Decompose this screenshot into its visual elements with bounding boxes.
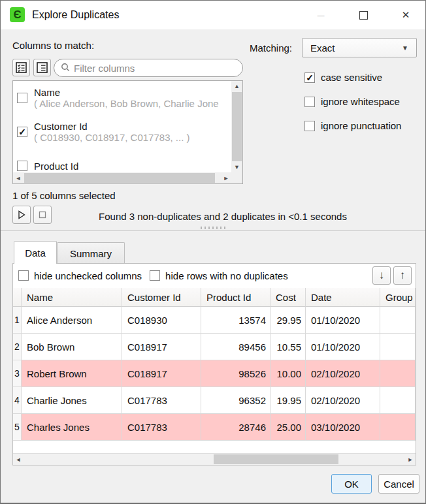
cell-date: 02/10/2020 xyxy=(306,360,380,387)
cell-name: Bob Brown xyxy=(22,334,122,360)
column-checkbox-customer-id[interactable]: ✓ xyxy=(17,127,27,137)
cell-group xyxy=(380,334,416,360)
column-item-name[interactable]: Name ( Alice Anderson, Bob Brown, Charli… xyxy=(13,81,231,115)
table-row[interactable]: 3 Robert Brown C018917 98526 10.00 02/10… xyxy=(13,360,416,387)
minimize-button[interactable]: ─ xyxy=(306,1,335,29)
hide-unchecked-columns-checkbox[interactable] xyxy=(18,270,29,281)
ok-button[interactable]: OK xyxy=(331,474,372,494)
stop-button[interactable] xyxy=(33,206,52,224)
splitter-line[interactable] xyxy=(1,230,425,231)
scroll-right-icon[interactable]: ► xyxy=(405,454,416,465)
cancel-button[interactable]: Cancel xyxy=(378,474,419,494)
maximize-icon xyxy=(359,11,368,20)
cell-cost: 10.00 xyxy=(270,360,306,387)
hide-rows-no-duplicates-option[interactable]: hide rows with no duplicates xyxy=(150,270,288,281)
cell-group xyxy=(380,387,416,414)
next-duplicate-button[interactable]: ↓ xyxy=(372,266,391,285)
table-row[interactable]: 4 Charlie Jones C017783 96352 19.95 02/1… xyxy=(13,387,416,414)
data-table: Name Customer Id Product Id Cost Date Gr… xyxy=(13,288,416,441)
cancel-label: Cancel xyxy=(384,479,414,490)
columns-list-horizontal-scrollbar[interactable]: ◄ ► xyxy=(13,172,231,183)
column-checkbox-product-id[interactable] xyxy=(17,161,27,171)
cell-group xyxy=(380,360,416,387)
row-number: 2 xyxy=(13,334,22,360)
cell-product-id: 28746 xyxy=(201,414,270,441)
column-item-customer-id[interactable]: ✓ Customer Id ( C018930, C018917, C01778… xyxy=(13,115,231,149)
splitter-handle[interactable] xyxy=(201,227,227,229)
scroll-down-icon[interactable]: ▼ xyxy=(231,162,242,172)
cell-product-id: 96352 xyxy=(201,387,270,414)
ok-label: OK xyxy=(344,479,359,490)
scroll-right-icon[interactable]: ► xyxy=(221,172,231,183)
cell-customer-id: C018917 xyxy=(122,360,201,387)
case-sensitive-checkbox[interactable]: ✓ xyxy=(304,72,315,83)
cell-cost: 25.00 xyxy=(270,414,306,441)
row-number: 4 xyxy=(13,387,22,414)
scroll-left-icon[interactable]: ◄ xyxy=(13,172,24,183)
hide-rows-no-duplicates-checkbox[interactable] xyxy=(150,270,160,281)
cell-cost: 10.55 xyxy=(270,334,306,360)
chevron-down-icon: ▼ xyxy=(402,44,408,52)
column-header: Cost xyxy=(270,288,306,307)
scroll-up-icon[interactable]: ▲ xyxy=(231,81,242,91)
hide-unchecked-columns-option[interactable]: hide unchecked columns xyxy=(18,270,142,281)
row-number: 5 xyxy=(13,414,22,441)
column-label: Product Id xyxy=(34,161,230,172)
column-header: Date xyxy=(306,288,380,307)
table-horizontal-scrollbar[interactable]: ◄ ► xyxy=(13,453,416,465)
check-all-columns-button[interactable] xyxy=(12,59,30,76)
cell-name: Robert Brown xyxy=(22,360,122,387)
uncheck-all-icon xyxy=(37,62,48,73)
tab-data[interactable]: Data xyxy=(14,241,57,264)
columns-to-match-label: Columns to match: xyxy=(12,40,94,51)
column-header: Group xyxy=(380,288,416,307)
close-button[interactable]: ✕ xyxy=(391,1,420,29)
column-header: Customer Id xyxy=(122,288,201,307)
column-item-product-id[interactable]: Product Id xyxy=(13,149,231,172)
matching-dropdown[interactable]: Exact ▼ xyxy=(302,38,417,57)
ignore-whitespace-option[interactable]: ignore whitespace xyxy=(304,96,400,107)
scroll-left-icon[interactable]: ◄ xyxy=(13,454,24,465)
filter-columns-input[interactable] xyxy=(74,63,236,74)
case-sensitive-label: case sensitive xyxy=(321,72,382,83)
table-row[interactable]: 1 Alice Anderson C018930 13574 29.95 01/… xyxy=(13,307,416,334)
play-icon xyxy=(17,210,26,219)
tab-summary-label: Summary xyxy=(70,248,112,259)
column-label: Customer Id xyxy=(34,121,230,132)
search-icon xyxy=(61,63,70,74)
columns-list-vertical-scrollbar[interactable]: ▲ ▼ xyxy=(231,81,242,172)
ignore-punctuation-option[interactable]: ignore punctuation xyxy=(304,120,401,131)
stop-icon xyxy=(39,211,46,219)
cell-cost: 29.95 xyxy=(270,307,306,334)
column-header: Product Id xyxy=(201,288,270,307)
tab-summary[interactable]: Summary xyxy=(57,242,125,264)
cell-date: 03/10/2020 xyxy=(306,414,380,441)
table-row[interactable]: 5 Charles Jones C017783 28746 25.00 03/1… xyxy=(13,414,416,441)
cell-customer-id: C017783 xyxy=(122,387,201,414)
previous-duplicate-button[interactable]: ↑ xyxy=(393,266,412,285)
scrollbar-thumb[interactable] xyxy=(232,92,242,161)
maximize-button[interactable] xyxy=(349,1,378,29)
column-checkbox-name[interactable] xyxy=(17,93,27,103)
hide-rows-no-duplicates-label: hide rows with no duplicates xyxy=(165,270,288,281)
run-button[interactable] xyxy=(12,206,31,224)
ignore-punctuation-checkbox[interactable] xyxy=(304,121,315,131)
scrollbar-thumb[interactable] xyxy=(214,454,338,464)
table-options-row: hide unchecked columns hide rows with no… xyxy=(13,264,416,287)
ignore-whitespace-checkbox[interactable] xyxy=(304,97,315,107)
cell-cost: 19.95 xyxy=(270,387,306,414)
cell-date: 02/10/2020 xyxy=(306,387,380,414)
cell-date: 01/10/2020 xyxy=(306,307,380,334)
case-sensitive-option[interactable]: ✓ case sensitive xyxy=(304,72,382,83)
scrollbar-thumb[interactable] xyxy=(24,173,215,183)
filter-columns-field[interactable] xyxy=(54,59,243,77)
cell-name: Charlie Jones xyxy=(22,387,122,414)
matching-selected-value: Exact xyxy=(310,42,335,54)
table-row[interactable]: 2 Bob Brown C018917 89456 10.55 01/10/20… xyxy=(13,334,416,360)
column-sample: ( C018930, C018917, C017783, ... ) xyxy=(34,132,230,143)
scrollbar-corner xyxy=(231,172,242,183)
app-logo-icon: Є xyxy=(10,7,25,22)
uncheck-all-columns-button[interactable] xyxy=(33,59,51,76)
arrow-down-icon: ↓ xyxy=(379,269,385,282)
cell-date: 01/10/2020 xyxy=(306,334,380,360)
